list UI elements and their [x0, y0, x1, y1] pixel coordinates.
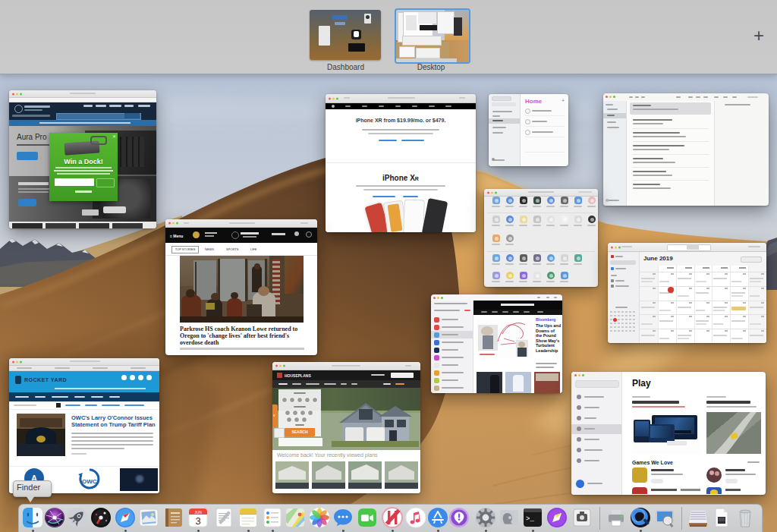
- svg-text:OWC: OWC: [82, 478, 97, 485]
- svg-text:>_: >_: [526, 515, 534, 523]
- svg-text:JUN: JUN: [194, 510, 202, 515]
- svg-text:3: 3: [195, 515, 200, 527]
